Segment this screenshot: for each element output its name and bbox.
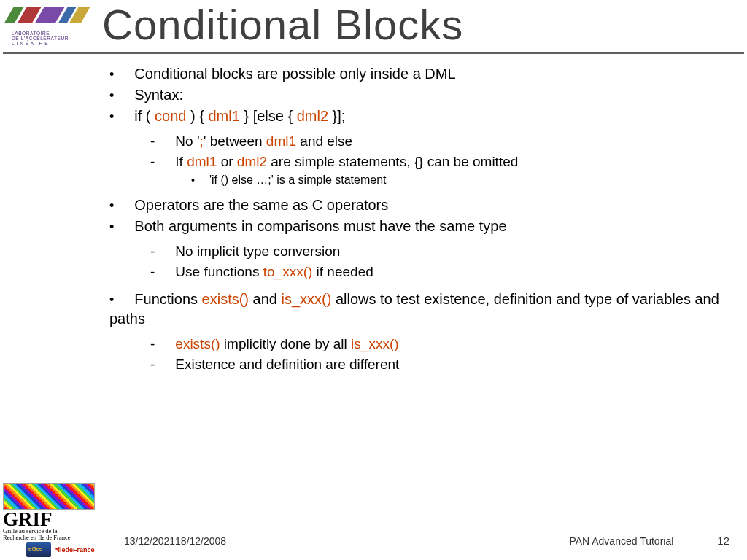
grif-logo: GRIF Grille au service de la Recherche e… — [3, 483, 99, 541]
sub-no-semicolon: No ';' between dml1 and else — [150, 132, 729, 151]
bullet-operators: Operators are the same as C operators — [109, 195, 729, 215]
sub-no-implicit: No implicit type conversion — [150, 242, 729, 261]
sub-omit-braces: If dml1 or dml2 are simple statements, {… — [150, 152, 729, 171]
idf-text: *iledeFrance — [55, 546, 95, 553]
bullet-same-type: Both arguments in comparisons must have … — [109, 217, 729, 236]
lal-logo: LABORATOIRE DE L'ACCÉLÉRATEUR L I N É A … — [6, 4, 93, 48]
lal-line3: L I N É A I R E — [12, 41, 48, 46]
sub-exists-implicit: exists() implicitly done by all is_xxx() — [150, 335, 729, 354]
grif-text: GRIF — [3, 511, 99, 528]
rainbow-icon — [3, 483, 95, 510]
sub-existence-def: Existence and definition are different — [150, 355, 729, 374]
footer: 13/12/202118/12/2008 PAN Advanced Tutori… — [124, 534, 729, 547]
grif-sub2: Recherche en Ile de France — [3, 534, 99, 541]
bullet-dml-only: Conditional blocks are possible only ins… — [109, 64, 729, 84]
subsub-simple-stmt: 'if () else …;' is a simple statement — [191, 172, 729, 188]
footer-date: 13/12/202118/12/2008 — [124, 535, 226, 547]
lal-line1: LABORATOIRE — [12, 31, 50, 36]
slide-number: 12 — [717, 534, 729, 547]
bullet-exists-isxxx: Functions exists() and is_xxx() allows t… — [109, 289, 729, 329]
slide-title: Conditional Blocks — [102, 0, 463, 49]
egee-row: *iledeFrance — [26, 542, 95, 557]
bullet-syntax: Syntax: — [109, 85, 729, 105]
slide-content: Conditional blocks are possible only ins… — [109, 64, 729, 375]
sub-to-xxx: Use functions to_xxx() if needed — [150, 262, 729, 281]
title-underline — [3, 52, 744, 54]
bullet-syntax-code: if ( cond ) { dml1 } [else { dml2 }]; — [109, 106, 729, 126]
footer-tutorial: PAN Advanced Tutorial — [569, 535, 673, 547]
egee-logo — [26, 542, 51, 557]
